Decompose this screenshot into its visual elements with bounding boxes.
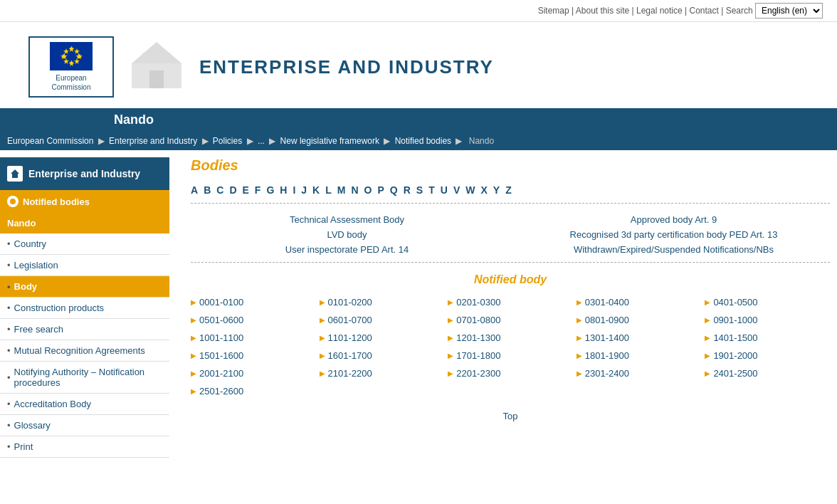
number-range-0701-0800[interactable]: 0701-0800 (448, 315, 573, 325)
alpha-link-o[interactable]: O (364, 184, 372, 196)
body-type-link[interactable]: Approved body Art. 9 (517, 214, 830, 225)
number-range-1501-1600[interactable]: 1501-1600 (191, 350, 316, 361)
sidebar-item-mra[interactable]: Mutual Recognition Agreements (0, 340, 169, 362)
breadcrumb-ei[interactable]: Enterprise and Industry (109, 136, 197, 146)
number-range-0801-0900[interactable]: 0801-0900 (577, 315, 702, 325)
content-area: Bodies ABCDEFGHIJKLMNOPQRSTUVWXYZ Techni… (184, 157, 837, 421)
svg-marker-17 (11, 169, 19, 178)
breadcrumb-policies[interactable]: Policies (213, 136, 242, 146)
alpha-link-b[interactable]: B (204, 184, 211, 196)
number-range-1801-1900[interactable]: 1801-1900 (577, 350, 702, 361)
number-range-0001-0100[interactable]: 0001-0100 (191, 297, 316, 308)
alpha-link-j[interactable]: J (301, 184, 307, 196)
body-type-link[interactable]: User inspectorate PED Art. 14 (191, 244, 503, 255)
number-range-1901-2000[interactable]: 1901-2000 (705, 350, 830, 361)
alpha-link-y[interactable]: Y (493, 184, 500, 196)
alpha-link-m[interactable]: M (337, 184, 346, 196)
sidebar-item-notifying[interactable]: Notifying Authority – Notification proce… (0, 362, 169, 394)
alpha-link-x[interactable]: X (480, 184, 487, 196)
top-bar: Sitemap | About this site | Legal notice… (0, 0, 837, 22)
alpha-link-z[interactable]: Z (505, 184, 512, 196)
svg-point-18 (10, 199, 16, 204)
alpha-link-v[interactable]: V (453, 184, 460, 196)
notified-bodies-icon (7, 196, 19, 207)
number-range-2001-2100[interactable]: 2001-2100 (191, 368, 316, 379)
number-range-2401-2500[interactable]: 2401-2500 (705, 368, 830, 379)
sidebar-item-freesearch[interactable]: Free search (0, 319, 169, 340)
top-anchor[interactable]: Top (503, 411, 518, 421)
sidebar-item-accreditation[interactable]: Accreditation Body (0, 394, 169, 415)
logo-box: European Commission (28, 36, 114, 98)
body-type-link[interactable]: LVD body (191, 229, 503, 240)
breadcrumb-nlf[interactable]: New legislative framework (280, 136, 379, 146)
number-range-1401-1500[interactable]: 1401-1500 (705, 332, 830, 343)
sidebar-item-construction[interactable]: Construction products (0, 298, 169, 319)
number-range-2301-2400[interactable]: 2301-2400 (577, 368, 702, 379)
sidebar-item-country[interactable]: Country (0, 233, 169, 255)
number-range-0401-0500[interactable]: 0401-0500 (705, 297, 830, 308)
number-range-1701-1800[interactable]: 1701-1800 (448, 350, 573, 361)
breadcrumb-ec[interactable]: European Commission (7, 136, 93, 146)
enterprise-title: ENTERPRISE AND INDUSTRY (199, 56, 494, 78)
sidebar-item-body[interactable]: Body (0, 276, 169, 298)
alpha-link-e[interactable]: E (243, 184, 249, 196)
contact-link[interactable]: Contact (689, 6, 718, 16)
breadcrumb-ellipsis[interactable]: ... (258, 136, 265, 146)
number-range-0301-0400[interactable]: 0301-0400 (577, 297, 702, 308)
number-range-0601-0700[interactable]: 0601-0700 (320, 315, 445, 325)
body-type-link[interactable]: Technical Assessment Body (191, 214, 503, 225)
alpha-link-k[interactable]: K (312, 184, 320, 196)
alpha-link-n[interactable]: N (351, 184, 358, 196)
search-link[interactable]: Search (726, 6, 753, 16)
number-range-1101-1200[interactable]: 1101-1200 (320, 332, 445, 343)
header: European Commission ENTERPRISE AND INDUS… (0, 22, 837, 132)
sidebar-item-nando[interactable]: Nando (0, 213, 169, 233)
body-type-link[interactable]: Recognised 3d party certification body P… (517, 229, 830, 240)
body-types: Technical Assessment BodyApproved body A… (191, 214, 830, 263)
legal-link[interactable]: Legal notice (636, 6, 683, 16)
notified-body-title: Notified body (191, 273, 830, 286)
logo-area: European Commission (14, 29, 128, 105)
number-range-1001-1100[interactable]: 1001-1100 (191, 332, 316, 343)
alpha-link-d[interactable]: D (229, 184, 236, 196)
number-grid: 0001-01000101-02000201-03000301-04000401… (191, 297, 830, 397)
number-range-0901-1000[interactable]: 0901-1000 (705, 315, 830, 325)
alpha-link-w[interactable]: W (465, 184, 475, 196)
sidebar-item-print[interactable]: Print (0, 436, 169, 458)
number-range-0201-0300[interactable]: 0201-0300 (448, 297, 573, 308)
sidebar-section: Notified bodies (0, 190, 169, 213)
number-range-2501-2600[interactable]: 2501-2600 (191, 386, 316, 397)
sitemap-link[interactable]: Sitemap (538, 6, 569, 16)
number-range-1301-1400[interactable]: 1301-1400 (577, 332, 702, 343)
alpha-link-p[interactable]: P (377, 184, 384, 196)
svg-rect-15 (149, 70, 164, 88)
body-type-link[interactable]: Withdrawn/Expired/Suspended Notification… (517, 244, 830, 255)
alpha-link-t[interactable]: T (428, 184, 435, 196)
alpha-link-l[interactable]: L (325, 184, 332, 196)
alpha-link-f[interactable]: F (255, 184, 261, 196)
alpha-link-a[interactable]: A (191, 184, 198, 196)
alpha-link-s[interactable]: S (416, 184, 423, 196)
alpha-link-h[interactable]: H (280, 184, 287, 196)
number-range-2201-2300[interactable]: 2201-2300 (448, 368, 573, 379)
alpha-link-g[interactable]: G (266, 184, 274, 196)
alpha-link-r[interactable]: R (404, 184, 411, 196)
alpha-link-u[interactable]: U (441, 184, 448, 196)
number-range-0501-0600[interactable]: 0501-0600 (191, 315, 316, 325)
alpha-link-i[interactable]: I (293, 184, 295, 196)
number-range-1201-1300[interactable]: 1201-1300 (448, 332, 573, 343)
nando-bar: Nando (0, 108, 837, 132)
number-range-1601-1700[interactable]: 1601-1700 (320, 350, 445, 361)
sidebar-item-glossary[interactable]: Glossary (0, 415, 169, 436)
breadcrumb: European Commission ▶ Enterprise and Ind… (0, 132, 837, 150)
breadcrumb-current: Nando (469, 136, 494, 146)
language-select[interactable]: English (en) (755, 3, 823, 19)
alpha-link-q[interactable]: Q (390, 184, 398, 196)
number-range-2101-2200[interactable]: 2101-2200 (320, 368, 445, 379)
about-link[interactable]: About this site (576, 6, 629, 16)
alpha-link-c[interactable]: C (216, 184, 223, 196)
sidebar-item-legislation[interactable]: Legislation (0, 255, 169, 276)
breadcrumb-nb[interactable]: Notified bodies (395, 136, 451, 146)
number-range-0101-0200[interactable]: 0101-0200 (320, 297, 445, 308)
svg-marker-16 (132, 42, 181, 63)
